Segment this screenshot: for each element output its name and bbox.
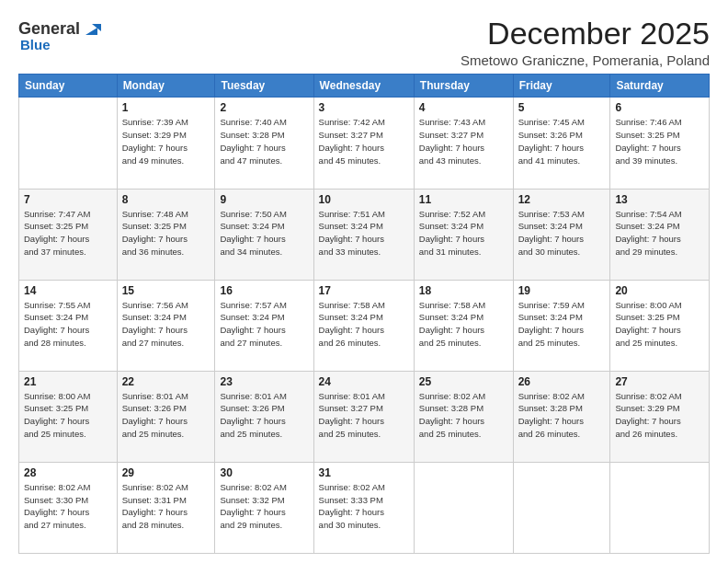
day-number: 21 — [24, 375, 112, 388]
day-number: 26 — [518, 375, 606, 388]
day-number: 28 — [24, 466, 112, 479]
day-info: Sunrise: 8:02 AM Sunset: 3:31 PM Dayligh… — [122, 481, 210, 532]
logo-general-text: General — [18, 19, 80, 39]
table-row: 9Sunrise: 7:50 AM Sunset: 3:24 PM Daylig… — [215, 189, 313, 280]
day-info: Sunrise: 8:02 AM Sunset: 3:33 PM Dayligh… — [319, 481, 409, 532]
header: General Blue December 2025 Smetowo Grani… — [18, 17, 710, 68]
day-number: 13 — [615, 193, 704, 206]
calendar-header-row: Sunday Monday Tuesday Wednesday Thursday… — [19, 75, 710, 98]
day-info: Sunrise: 7:39 AM Sunset: 3:29 PM Dayligh… — [122, 116, 210, 167]
table-row: 31Sunrise: 8:02 AM Sunset: 3:33 PM Dayli… — [313, 462, 414, 553]
col-sunday: Sunday — [19, 75, 118, 98]
day-info: Sunrise: 8:01 AM Sunset: 3:26 PM Dayligh… — [122, 390, 210, 441]
day-number: 8 — [122, 193, 210, 206]
table-row: 2Sunrise: 7:40 AM Sunset: 3:28 PM Daylig… — [215, 98, 313, 189]
day-number: 2 — [220, 101, 308, 114]
table-row: 3Sunrise: 7:42 AM Sunset: 3:27 PM Daylig… — [313, 98, 414, 189]
title-block: December 2025 Smetowo Graniczne, Pomeran… — [461, 17, 710, 68]
calendar-table: Sunday Monday Tuesday Wednesday Thursday… — [18, 74, 710, 554]
day-info: Sunrise: 8:00 AM Sunset: 3:25 PM Dayligh… — [615, 299, 704, 350]
table-row: 11Sunrise: 7:52 AM Sunset: 3:24 PM Dayli… — [414, 189, 513, 280]
day-info: Sunrise: 8:02 AM Sunset: 3:28 PM Dayligh… — [518, 390, 606, 441]
table-row: 20Sunrise: 8:00 AM Sunset: 3:25 PM Dayli… — [610, 280, 710, 371]
svg-marker-0 — [85, 28, 97, 35]
table-row: 18Sunrise: 7:58 AM Sunset: 3:24 PM Dayli… — [414, 280, 513, 371]
day-info: Sunrise: 7:53 AM Sunset: 3:24 PM Dayligh… — [518, 208, 606, 259]
table-row: 13Sunrise: 7:54 AM Sunset: 3:24 PM Dayli… — [610, 189, 710, 280]
table-row: 17Sunrise: 7:58 AM Sunset: 3:24 PM Dayli… — [313, 280, 414, 371]
page: General Blue December 2025 Smetowo Grani… — [0, 0, 728, 563]
table-row: 7Sunrise: 7:47 AM Sunset: 3:25 PM Daylig… — [19, 189, 118, 280]
logo-blue-label: Blue — [20, 37, 51, 52]
table-row: 15Sunrise: 7:56 AM Sunset: 3:24 PM Dayli… — [117, 280, 215, 371]
day-number: 31 — [319, 466, 409, 479]
col-wednesday: Wednesday — [313, 75, 414, 98]
day-number: 11 — [419, 193, 508, 206]
table-row — [19, 98, 118, 189]
day-number: 15 — [122, 284, 210, 297]
table-row: 6Sunrise: 7:46 AM Sunset: 3:25 PM Daylig… — [610, 98, 710, 189]
day-info: Sunrise: 7:51 AM Sunset: 3:24 PM Dayligh… — [319, 208, 409, 259]
day-info: Sunrise: 7:52 AM Sunset: 3:24 PM Dayligh… — [419, 208, 508, 259]
main-title: December 2025 — [461, 17, 710, 51]
day-number: 30 — [220, 466, 308, 479]
day-number: 20 — [615, 284, 704, 297]
logo: General Blue — [18, 18, 101, 52]
day-number: 3 — [319, 101, 409, 114]
table-row: 30Sunrise: 8:02 AM Sunset: 3:32 PM Dayli… — [215, 462, 313, 553]
calendar-row-3: 14Sunrise: 7:55 AM Sunset: 3:24 PM Dayli… — [19, 280, 710, 371]
day-info: Sunrise: 8:02 AM Sunset: 3:28 PM Dayligh… — [419, 390, 508, 441]
table-row: 14Sunrise: 7:55 AM Sunset: 3:24 PM Dayli… — [19, 280, 118, 371]
table-row: 19Sunrise: 7:59 AM Sunset: 3:24 PM Dayli… — [513, 280, 610, 371]
day-info: Sunrise: 7:55 AM Sunset: 3:24 PM Dayligh… — [24, 299, 112, 350]
day-number: 29 — [122, 466, 210, 479]
day-info: Sunrise: 8:01 AM Sunset: 3:26 PM Dayligh… — [220, 390, 308, 441]
calendar-row-2: 7Sunrise: 7:47 AM Sunset: 3:25 PM Daylig… — [19, 189, 710, 280]
table-row — [610, 462, 710, 553]
table-row: 21Sunrise: 8:00 AM Sunset: 3:25 PM Dayli… — [19, 371, 118, 462]
day-number: 22 — [122, 375, 210, 388]
day-info: Sunrise: 8:00 AM Sunset: 3:25 PM Dayligh… — [24, 390, 112, 441]
col-tuesday: Tuesday — [215, 75, 313, 98]
day-number: 9 — [220, 193, 308, 206]
day-info: Sunrise: 7:59 AM Sunset: 3:24 PM Dayligh… — [518, 299, 606, 350]
table-row: 16Sunrise: 7:57 AM Sunset: 3:24 PM Dayli… — [215, 280, 313, 371]
day-info: Sunrise: 8:02 AM Sunset: 3:29 PM Dayligh… — [615, 390, 704, 441]
table-row: 22Sunrise: 8:01 AM Sunset: 3:26 PM Dayli… — [117, 371, 215, 462]
table-row: 4Sunrise: 7:43 AM Sunset: 3:27 PM Daylig… — [414, 98, 513, 189]
table-row: 28Sunrise: 8:02 AM Sunset: 3:30 PM Dayli… — [19, 462, 118, 553]
col-monday: Monday — [117, 75, 215, 98]
day-info: Sunrise: 7:56 AM Sunset: 3:24 PM Dayligh… — [122, 299, 210, 350]
table-row: 29Sunrise: 8:02 AM Sunset: 3:31 PM Dayli… — [117, 462, 215, 553]
day-number: 27 — [615, 375, 704, 388]
day-info: Sunrise: 7:45 AM Sunset: 3:26 PM Dayligh… — [518, 116, 606, 167]
day-info: Sunrise: 7:58 AM Sunset: 3:24 PM Dayligh… — [319, 299, 409, 350]
table-row: 24Sunrise: 8:01 AM Sunset: 3:27 PM Dayli… — [313, 371, 414, 462]
table-row — [414, 462, 513, 553]
table-row: 1Sunrise: 7:39 AM Sunset: 3:29 PM Daylig… — [117, 98, 215, 189]
day-number: 17 — [319, 284, 409, 297]
day-info: Sunrise: 7:58 AM Sunset: 3:24 PM Dayligh… — [419, 299, 508, 350]
day-number: 12 — [518, 193, 606, 206]
col-friday: Friday — [513, 75, 610, 98]
day-number: 19 — [518, 284, 606, 297]
col-thursday: Thursday — [414, 75, 513, 98]
day-info: Sunrise: 8:02 AM Sunset: 3:32 PM Dayligh… — [220, 481, 308, 532]
table-row: 25Sunrise: 8:02 AM Sunset: 3:28 PM Dayli… — [414, 371, 513, 462]
day-info: Sunrise: 7:50 AM Sunset: 3:24 PM Dayligh… — [220, 208, 308, 259]
table-row: 8Sunrise: 7:48 AM Sunset: 3:25 PM Daylig… — [117, 189, 215, 280]
day-info: Sunrise: 7:46 AM Sunset: 3:25 PM Dayligh… — [615, 116, 704, 167]
day-info: Sunrise: 7:47 AM Sunset: 3:25 PM Dayligh… — [24, 208, 112, 259]
day-info: Sunrise: 7:40 AM Sunset: 3:28 PM Dayligh… — [220, 116, 308, 167]
table-row: 10Sunrise: 7:51 AM Sunset: 3:24 PM Dayli… — [313, 189, 414, 280]
logo-icon — [81, 18, 101, 39]
day-info: Sunrise: 7:42 AM Sunset: 3:27 PM Dayligh… — [319, 116, 409, 167]
day-info: Sunrise: 7:43 AM Sunset: 3:27 PM Dayligh… — [419, 116, 508, 167]
day-number: 5 — [518, 101, 606, 114]
day-info: Sunrise: 7:54 AM Sunset: 3:24 PM Dayligh… — [615, 208, 704, 259]
calendar-row-5: 28Sunrise: 8:02 AM Sunset: 3:30 PM Dayli… — [19, 462, 710, 553]
day-number: 24 — [319, 375, 409, 388]
day-number: 16 — [220, 284, 308, 297]
day-info: Sunrise: 8:01 AM Sunset: 3:27 PM Dayligh… — [319, 390, 409, 441]
table-row: 12Sunrise: 7:53 AM Sunset: 3:24 PM Dayli… — [513, 189, 610, 280]
